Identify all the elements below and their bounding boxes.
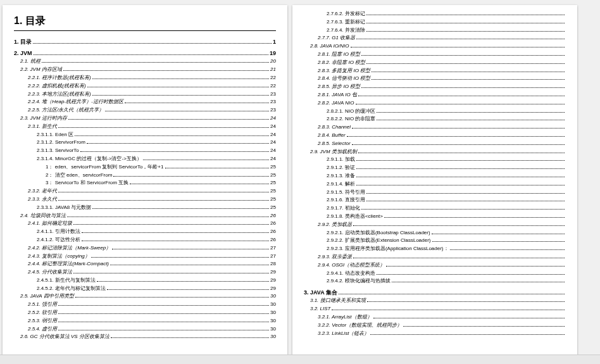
toc-entry[interactable]: 2.5.1. 强引用30 <box>28 301 276 309</box>
toc-entry[interactable]: 2.2.1. 程序计数器(线程私有)22 <box>28 74 276 82</box>
toc-leader <box>352 144 565 145</box>
toc-entry[interactable]: 2.8.5. Selector <box>318 140 566 148</box>
toc-entry[interactable]: 2.9.2.1. 启动类加载器(Bootstrap ClassLoader) <box>327 229 566 237</box>
toc-entry[interactable]: 3.2.3. LinkList（链表） <box>318 330 566 338</box>
toc-label: 2： 清空 eden、servicorFrom <box>46 172 112 180</box>
toc-entry[interactable]: 2.7.7. G1 收集器 <box>318 34 566 42</box>
toc-label: 2.9.4. OSGI（动态模型系统） <box>318 261 385 270</box>
toc-entry[interactable]: 3.1. 接口继承关系和实现 <box>310 297 566 305</box>
toc-label: 2.9.2.3. 应用程序类加载器(Application ClassLoade… <box>327 245 449 253</box>
toc-entry[interactable]: 2.9.1.7. 初始化 <box>327 204 566 213</box>
toc-entry[interactable]: 2.8.2. 非阻塞 IO 模型 <box>318 59 566 67</box>
toc-entry[interactable]: 2.7.6.4. 并发清除 <box>327 27 566 35</box>
toc-entry[interactable]: 2.3. JVM 运行时内存24 <box>20 115 276 123</box>
toc-entry[interactable]: 2.9.2. 类加载器 <box>318 221 566 229</box>
toc-label: 2.3.1.1. Eden 区 <box>37 131 73 139</box>
toc-label: 2.9.1.6. 直接引用 <box>327 196 365 204</box>
toc-entry[interactable]: 2.9. JVM 类加载机制 <box>310 148 566 156</box>
toc-entry[interactable]: 2.3.3.1. JAVA8 与元数据25 <box>37 204 276 212</box>
toc-entry[interactable]: 1： eden、servicorFrom 复制到 ServicorTo，年龄+1… <box>46 163 276 172</box>
toc-entry[interactable]: 2： 清空 eden、servicorFrom25 <box>46 172 276 180</box>
toc-entry[interactable]: 2.2. JVM 内存区域21 <box>20 66 276 74</box>
toc-entry[interactable]: 2.8.5. 异步 IO 模型 <box>318 83 566 91</box>
toc-label: 2.4.5.1. 新生代与复制算法 <box>37 277 96 285</box>
toc-entry[interactable]: 2.1. 线程20 <box>20 58 276 66</box>
toc-label: 2.5. JAVA 四中引用类型 <box>20 292 74 301</box>
toc-entry[interactable]: 2.4.2. 标记清除算法（Mark-Sweep）27 <box>28 244 276 253</box>
toc-entry[interactable]: 2.4.5.1. 新生代与复制算法29 <box>37 277 276 285</box>
toc-leader <box>372 79 565 80</box>
toc-entry[interactable]: 2.4.4. 标记整理算法(Mark-Compact)28 <box>28 260 276 268</box>
toc-entry[interactable]: 2.2.5. 方法区/永久代（线程共享）23 <box>28 106 276 115</box>
toc-leader <box>366 201 565 201</box>
toc-entry[interactable]: 2.5.3. 弱引用30 <box>28 317 276 325</box>
toc-entry[interactable]: 2.8.2. JAVA NIO <box>318 99 566 108</box>
toc-entry[interactable]: 2.3.2. 老年代25 <box>28 187 276 196</box>
toc-entry[interactable]: 3. JAVA 集合 <box>304 288 566 297</box>
toc-entry[interactable]: 2.2.2. 虚拟机栈(线程私有)22 <box>28 82 276 91</box>
toc-leader <box>111 337 269 338</box>
toc-entry[interactable]: 2.2.3. 本地方法区(线程私有)23 <box>28 91 276 99</box>
toc-label: 2.3.1.4. MinorGC 的过程（复制->清空->互换） <box>37 155 142 163</box>
toc-entry[interactable]: 2.9.2.2. 扩展类加载器(Extension ClassLoader) <box>327 237 566 245</box>
toc-label: 2.9.4.2. 模块化编程与热插拔 <box>327 277 391 286</box>
toc-entry[interactable]: 2.9.4. OSGI（动态模型系统） <box>318 261 566 270</box>
toc-entry[interactable]: 2.3.1.3. ServivorTo24 <box>37 147 276 155</box>
toc-entry[interactable]: 2.8.1. 阻塞 IO 模型 <box>318 51 566 59</box>
toc-leader <box>75 297 269 298</box>
toc-entry[interactable]: 2.9.1.2. 验证 <box>327 164 566 172</box>
toc-entry[interactable]: 3.2. LIST <box>310 305 566 313</box>
toc-entry[interactable]: 2.8.2.2. NIO 的非阻塞 <box>327 115 566 123</box>
toc-entry[interactable]: 3.2.2. Vector（数组实现、线程同步） <box>318 322 566 330</box>
toc-leader <box>92 95 270 96</box>
toc-entry[interactable]: 2. JVM19 <box>14 49 276 58</box>
toc-entry[interactable]: 2.3.1.4. MinorGC 的过程（复制->清空->互换）24 <box>37 155 276 163</box>
toc-entry[interactable]: 2.2.4. 堆（Heap-线程共享）-运行时数据区23 <box>28 98 276 106</box>
toc-entry[interactable]: 2.5.2. 软引用30 <box>28 309 276 317</box>
toc-entry[interactable]: 2.8.4. 信号驱动 IO 模型 <box>318 75 566 83</box>
toc-entry[interactable]: 2.4.5. 分代收集算法29 <box>28 268 276 277</box>
toc-entry[interactable]: 2.3.1.1. Eden 区24 <box>37 131 276 139</box>
toc-entry[interactable]: 2.3.3. 永久代25 <box>28 196 276 204</box>
toc-entry[interactable]: 2.6. GC 分代收集算法 VS 分区收集算法30 <box>20 333 276 341</box>
toc-entry[interactable]: 2.8.3. 多路复用 IO 模型 <box>318 67 566 75</box>
toc-entry[interactable]: 1. 目录1 <box>14 37 276 46</box>
toc-label: 2.4.5. 分代收集算法 <box>28 268 72 277</box>
toc-entry[interactable]: 2.9.1.5. 符号引用 <box>327 189 566 197</box>
toc-entry[interactable]: 2.9.1.8. 类构造器<client> <box>327 213 566 221</box>
toc-entry[interactable]: 2.9.1.1. 加载 <box>327 156 566 164</box>
toc-entry[interactable]: 2.9.4.1. 动态改变构造 <box>327 270 566 278</box>
toc-entry[interactable]: 2.4.1.2. 可达性分析26 <box>37 236 276 244</box>
toc-entry[interactable]: 2.7.6.2. 并发标记 <box>327 10 566 18</box>
toc-entry[interactable]: 2.5. JAVA 四中引用类型30 <box>20 292 276 301</box>
toc-entry[interactable]: 2.3.1.2. ServivorFrom24 <box>37 139 276 147</box>
toc-entry[interactable]: 2.4.1.1. 引用计数法26 <box>37 228 276 236</box>
toc-entry[interactable]: 2.8.1. JAVA IO 包 <box>318 91 566 99</box>
toc-entry[interactable]: 2.4.5.2. 老年代与标记复制算法29 <box>37 285 276 293</box>
toc-entry[interactable]: 2.8.2.1. NIO 的缓冲区 <box>327 108 566 116</box>
toc-leader <box>372 72 565 72</box>
toc-entry[interactable]: 2.5.4. 虚引用30 <box>28 325 276 334</box>
toc-entry[interactable]: 2.3.1. 新生代24 <box>28 123 276 131</box>
toc-entry[interactable]: 2.9.2.3. 应用程序类加载器(Application ClassLoade… <box>327 245 566 253</box>
toc-entry[interactable]: 2.8.3. Channel <box>318 123 566 132</box>
toc-label: 2.8.4. Buffer <box>318 132 346 140</box>
toc-entry[interactable]: 2.9.3. 双亲委派 <box>318 253 566 261</box>
toc-entry[interactable]: 2.8.4. Buffer <box>318 132 566 140</box>
toc-label: 2.4. 垃圾回收与算法 <box>20 212 66 220</box>
toc-entry[interactable]: 3.2.1. ArrayList（数组） <box>318 313 566 322</box>
toc-label: 2.7.6.3. 重新标记 <box>327 18 365 27</box>
toc-entry[interactable]: 3： ServicorTo 和 ServicorFrom 互换25 <box>46 179 276 187</box>
toc-page-number: 26 <box>270 236 276 244</box>
toc-entry[interactable]: 2.9.1.3. 准备 <box>327 172 566 180</box>
toc-entry[interactable]: 2.7.6.3. 重新标记 <box>327 18 566 27</box>
toc-entry[interactable]: 2.4.3. 复制算法（copying）27 <box>28 253 276 261</box>
toc-entry[interactable]: 2.4.1. 如何确定垃圾26 <box>28 220 276 228</box>
toc-entry[interactable]: 2.9.4.2. 模块化编程与热插拔 <box>327 277 566 286</box>
toc-entry[interactable]: 2.4. 垃圾回收与算法26 <box>20 212 276 220</box>
toc-entry[interactable]: 2.8. JAVA IO/NIO <box>310 42 566 51</box>
toc-label: 2.7.6.4. 并发清除 <box>327 27 365 35</box>
toc-entry[interactable]: 2.9.1.4. 解析 <box>327 180 566 189</box>
toc-entry[interactable]: 2.9.1.6. 直接引用 <box>327 196 566 204</box>
toc-page-number: 25 <box>270 163 276 172</box>
